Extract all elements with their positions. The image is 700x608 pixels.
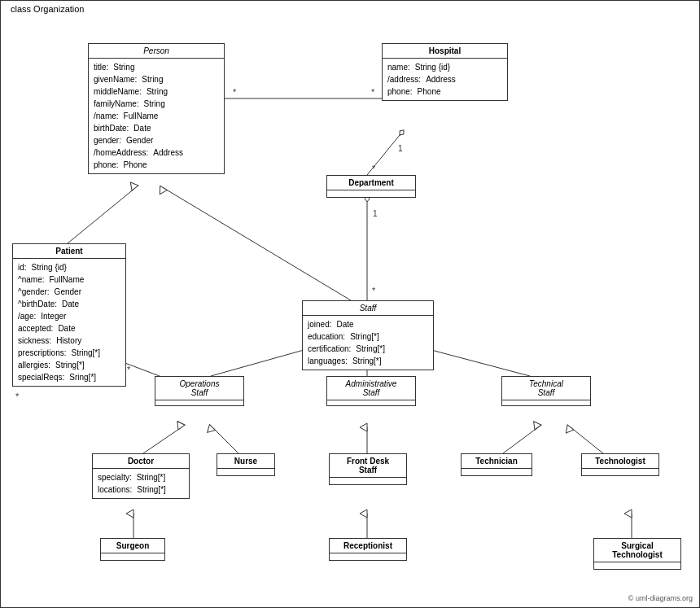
doctor-class-attrs: specialty:String[*] locations:String[*] bbox=[93, 469, 189, 498]
svg-text:*: * bbox=[15, 391, 20, 401]
receptionist-class-name: Receptionist bbox=[330, 539, 406, 553]
svg-line-7 bbox=[164, 188, 351, 300]
svg-text:*: * bbox=[372, 286, 376, 295]
diagram-container: class Organization bbox=[0, 0, 700, 608]
svg-line-16 bbox=[503, 427, 538, 453]
svg-line-13 bbox=[143, 427, 182, 453]
technical-staff-class-name: TechnicalStaff bbox=[502, 377, 590, 400]
svg-text:*: * bbox=[233, 87, 237, 97]
operations-staff-class-name: OperationsStaff bbox=[155, 377, 243, 400]
person-class: Person title:String givenName:String mid… bbox=[88, 43, 225, 174]
person-class-name: Person bbox=[89, 44, 224, 59]
svg-text:*: * bbox=[127, 365, 131, 374]
surgical-technologist-attrs bbox=[594, 562, 680, 569]
technologist-class-attrs bbox=[582, 469, 658, 475]
surgical-technologist-class: SurgicalTechnologist bbox=[593, 538, 681, 570]
receptionist-class: Receptionist bbox=[329, 538, 407, 561]
front-desk-staff-attrs bbox=[330, 478, 406, 484]
technician-class-name: Technician bbox=[462, 454, 532, 469]
technician-class-attrs bbox=[462, 469, 532, 475]
operations-staff-class: OperationsStaff bbox=[155, 376, 244, 406]
staff-class-name: Staff bbox=[303, 301, 433, 316]
surgeon-class-name: Surgeon bbox=[101, 539, 164, 553]
patient-class: Patient id:String {id} ^name:FullName ^g… bbox=[12, 243, 126, 387]
svg-line-14 bbox=[212, 427, 238, 453]
receptionist-class-attrs bbox=[330, 553, 406, 560]
doctor-class: Doctor specialty:String[*] locations:Str… bbox=[92, 453, 190, 499]
diagram-title: class Organization bbox=[7, 4, 88, 14]
hospital-class-attrs: name:String {id} /address:Address phone:… bbox=[383, 59, 507, 100]
technologist-class-name: Technologist bbox=[582, 454, 658, 469]
hospital-class-name: Hospital bbox=[383, 44, 507, 59]
surgical-technologist-class-name: SurgicalTechnologist bbox=[594, 539, 680, 562]
technician-class: Technician bbox=[461, 453, 532, 476]
hospital-class: Hospital name:String {id} /address:Addre… bbox=[382, 43, 508, 101]
nurse-class-name: Nurse bbox=[217, 454, 274, 469]
patient-class-attrs: id:String {id} ^name:FullName ^gender:Ge… bbox=[13, 259, 125, 386]
front-desk-staff-class-name: Front DeskStaff bbox=[330, 454, 406, 478]
svg-text:*: * bbox=[372, 164, 376, 173]
administrative-staff-class: AdministrativeStaff bbox=[326, 376, 416, 406]
technical-staff-class: TechnicalStaff bbox=[501, 376, 591, 406]
nurse-class-attrs bbox=[217, 469, 274, 475]
front-desk-staff-class: Front DeskStaff bbox=[329, 453, 407, 485]
staff-class: Staff joined:Date education:String[*] ce… bbox=[302, 300, 434, 370]
svg-line-8 bbox=[367, 135, 400, 175]
nurse-class: Nurse bbox=[217, 453, 275, 476]
staff-class-attrs: joined:Date education:String[*] certific… bbox=[303, 316, 433, 370]
technical-staff-attrs bbox=[502, 400, 590, 405]
doctor-class-name: Doctor bbox=[93, 454, 189, 469]
svg-text:*: * bbox=[371, 87, 375, 97]
operations-staff-attrs bbox=[155, 400, 243, 405]
department-class-attrs bbox=[327, 190, 415, 197]
svg-text:1: 1 bbox=[373, 209, 378, 218]
surgeon-class-attrs bbox=[101, 553, 164, 560]
person-class-attrs: title:String givenName:String middleName… bbox=[89, 59, 224, 173]
administrative-staff-attrs bbox=[327, 400, 415, 405]
technologist-class: Technologist bbox=[581, 453, 659, 476]
administrative-staff-class-name: AdministrativeStaff bbox=[327, 377, 415, 400]
department-class-name: Department bbox=[327, 176, 415, 190]
svg-line-17 bbox=[571, 427, 603, 453]
copyright-text: © uml-diagrams.org bbox=[628, 594, 693, 602]
patient-class-name: Patient bbox=[13, 244, 125, 259]
department-class: Department bbox=[326, 175, 416, 198]
surgeon-class: Surgeon bbox=[100, 538, 165, 561]
svg-text:1: 1 bbox=[398, 144, 403, 153]
svg-line-6 bbox=[68, 188, 135, 243]
